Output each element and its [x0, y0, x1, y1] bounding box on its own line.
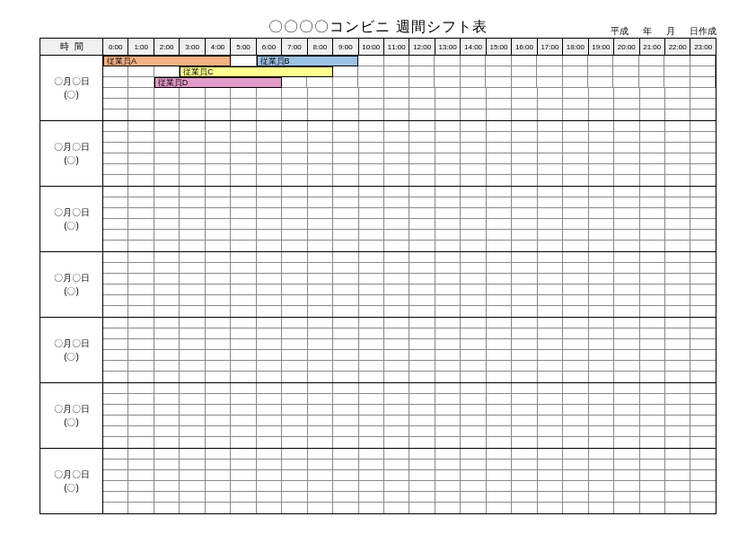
shift-row: [103, 219, 716, 230]
grid-cell: [333, 361, 358, 371]
grid-cell: [461, 328, 486, 338]
grid-cell: [180, 109, 205, 120]
shift-row: [103, 143, 716, 153]
grid-cell: [128, 383, 154, 393]
grid-cell: [690, 56, 716, 66]
grid-cell: [257, 263, 282, 273]
hour-header: 11:00: [384, 39, 409, 55]
hour-header: 4:00: [206, 39, 231, 55]
grid-cell: [180, 449, 205, 459]
creation-label: 日作成: [690, 25, 716, 38]
grid-cell: [665, 252, 690, 262]
hour-header: 22:00: [665, 39, 690, 55]
grid-cell: [333, 175, 358, 186]
grid-cell: [333, 416, 358, 425]
grid-cell: [435, 109, 461, 120]
grid-cell: [538, 339, 563, 349]
grid-cell: [640, 175, 665, 186]
grid-cell: [282, 230, 307, 240]
shift-row: 従業員D: [103, 77, 716, 88]
grid-cell: [359, 219, 384, 229]
grid-cell: [282, 426, 307, 436]
grid-cell: [282, 187, 307, 197]
grid-cell: [231, 437, 256, 448]
grid-cell: [409, 350, 435, 360]
grid-cell: [154, 306, 180, 317]
grid-cell: [487, 252, 512, 262]
grid-cell: [333, 77, 358, 87]
grid-cell: [282, 481, 307, 491]
grid-cell: [128, 437, 154, 448]
grid-cell: [282, 175, 307, 186]
grid-cell: [563, 285, 588, 294]
grid-cell: [461, 109, 486, 120]
grid-cell: [640, 492, 665, 502]
grid-cell: [384, 208, 409, 218]
grid-cell: [257, 416, 282, 425]
grid-cell: [512, 306, 537, 317]
day-block: 〇月〇日(〇)従業員A従業員B従業員C従業員D: [40, 56, 716, 121]
grid-cell: [359, 339, 384, 349]
hour-header: 8:00: [308, 39, 333, 55]
grid-cell: [257, 208, 282, 218]
grid-cell: [206, 274, 231, 284]
grid-cell: [103, 405, 128, 415]
grid-cell: [359, 153, 384, 163]
grid-cell: [180, 153, 205, 163]
grid-cell: [128, 318, 154, 328]
grid-cell: [512, 99, 537, 109]
grid-cell: [180, 99, 205, 109]
grid-cell: [154, 328, 180, 338]
shift-row: [103, 175, 716, 186]
grid-cell: [359, 164, 384, 174]
shift-row: [103, 187, 716, 197]
grid-cell: [384, 219, 409, 229]
grid-cell: [640, 306, 665, 317]
grid-cell: [257, 318, 282, 328]
grid-cell: [282, 285, 307, 294]
shift-row: [103, 121, 716, 132]
grid-cell: [384, 372, 409, 382]
day-weekday: (〇): [64, 481, 79, 495]
grid-cell: [282, 109, 307, 120]
grid-cell: [640, 361, 665, 371]
grid-cell: [690, 306, 715, 317]
grid-cell: [231, 263, 256, 273]
grid-cell: [690, 460, 715, 469]
grid-cell: [690, 164, 715, 174]
grid-cell: [589, 460, 614, 469]
grid-cell: [103, 143, 128, 153]
grid-cell: [538, 503, 563, 513]
grid-cell: [512, 437, 537, 448]
grid-cell: [538, 318, 563, 328]
grid-cell: [461, 66, 486, 76]
grid-cell: [690, 405, 715, 415]
grid-cell: [257, 361, 282, 371]
grid-cell: [231, 208, 256, 218]
grid-cell: [128, 470, 154, 480]
grid-cell: [359, 285, 384, 294]
grid-cell: [308, 164, 333, 174]
grid-cell: [487, 99, 512, 109]
grid-cell: [563, 372, 588, 382]
grid-cell: [308, 153, 333, 163]
grid-cell: [333, 460, 358, 469]
day-date: 〇月〇日: [54, 468, 90, 481]
grid-cell: [640, 372, 665, 382]
grid-cell: [180, 306, 205, 317]
grid-cell: [257, 164, 282, 174]
grid-cell: [512, 175, 537, 186]
grid-cell: [690, 153, 715, 163]
grid-cell: [206, 285, 231, 294]
grid-cell: [589, 339, 614, 349]
grid-cell: [282, 372, 307, 382]
grid-cell: [359, 426, 384, 436]
grid-cell: [359, 383, 384, 393]
grid-cell: [103, 449, 128, 459]
grid-cell: [487, 361, 512, 371]
grid-cell: [333, 470, 358, 480]
grid-cell: [409, 295, 435, 305]
grid-cell: [461, 285, 486, 294]
grid-cell: [614, 241, 639, 251]
grid-cell: [103, 109, 128, 120]
